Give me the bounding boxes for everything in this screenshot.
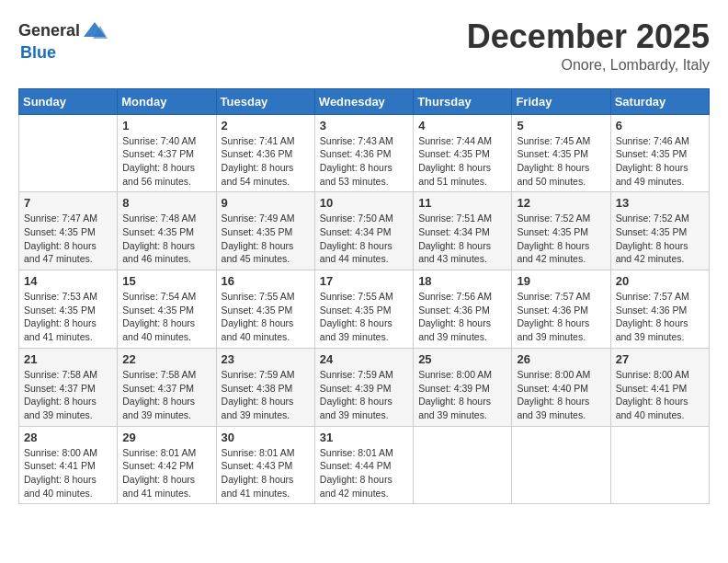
day-number: 10 [320, 196, 408, 210]
day-cell: 9Sunrise: 7:49 AM Sunset: 4:35 PM Daylig… [216, 192, 314, 270]
day-number: 19 [517, 274, 605, 288]
weekday-header-monday: Monday [118, 88, 216, 114]
day-number: 5 [517, 119, 605, 132]
week-row-4: 21Sunrise: 7:58 AM Sunset: 4:37 PM Dayli… [19, 348, 710, 426]
weekday-header-row: SundayMondayTuesdayWednesdayThursdayFrid… [19, 88, 710, 114]
day-number: 28 [24, 431, 112, 444]
day-info: Sunrise: 7:50 AM Sunset: 4:34 PM Dayligh… [320, 212, 408, 266]
logo-general: General [18, 22, 80, 40]
day-cell [512, 426, 610, 504]
month-title: December 2025 [467, 18, 710, 55]
day-number: 31 [320, 431, 408, 444]
day-cell: 16Sunrise: 7:55 AM Sunset: 4:35 PM Dayli… [216, 270, 314, 349]
day-cell: 15Sunrise: 7:54 AM Sunset: 4:35 PM Dayli… [118, 270, 216, 349]
day-info: Sunrise: 7:55 AM Sunset: 4:35 PM Dayligh… [320, 290, 408, 344]
day-cell: 25Sunrise: 8:00 AM Sunset: 4:39 PM Dayli… [414, 348, 512, 426]
location: Onore, Lombardy, Italy [467, 57, 710, 74]
day-number: 4 [418, 119, 506, 132]
day-number: 11 [418, 196, 506, 210]
day-number: 20 [616, 274, 704, 288]
day-info: Sunrise: 8:01 AM Sunset: 4:43 PM Dayligh… [222, 446, 310, 500]
weekday-header-thursday: Thursday [414, 88, 512, 114]
day-number: 21 [24, 352, 112, 366]
day-number: 3 [320, 119, 408, 132]
day-cell: 24Sunrise: 7:59 AM Sunset: 4:39 PM Dayli… [314, 348, 413, 426]
day-number: 9 [222, 196, 310, 210]
day-number: 29 [122, 431, 210, 444]
weekday-header-tuesday: Tuesday [216, 88, 314, 114]
title-section: December 2025 Onore, Lombardy, Italy [467, 18, 710, 74]
day-info: Sunrise: 7:44 AM Sunset: 4:35 PM Dayligh… [418, 134, 506, 189]
day-cell [610, 426, 709, 504]
day-cell [19, 114, 118, 192]
day-info: Sunrise: 7:46 AM Sunset: 4:35 PM Dayligh… [616, 134, 704, 189]
day-cell: 12Sunrise: 7:52 AM Sunset: 4:35 PM Dayli… [512, 192, 610, 270]
day-info: Sunrise: 8:00 AM Sunset: 4:40 PM Dayligh… [517, 368, 605, 422]
day-cell: 26Sunrise: 8:00 AM Sunset: 4:40 PM Dayli… [512, 348, 610, 426]
day-cell: 10Sunrise: 7:50 AM Sunset: 4:34 PM Dayli… [314, 192, 413, 270]
day-info: Sunrise: 7:45 AM Sunset: 4:35 PM Dayligh… [517, 134, 605, 189]
day-cell [414, 426, 512, 504]
logo-blue: Blue [20, 43, 56, 62]
day-info: Sunrise: 7:58 AM Sunset: 4:37 PM Dayligh… [122, 368, 210, 422]
day-cell: 13Sunrise: 7:52 AM Sunset: 4:35 PM Dayli… [610, 192, 709, 270]
week-row-3: 14Sunrise: 7:53 AM Sunset: 4:35 PM Dayli… [19, 270, 710, 349]
day-info: Sunrise: 7:40 AM Sunset: 4:37 PM Dayligh… [122, 134, 210, 189]
day-number: 27 [616, 352, 704, 366]
day-number: 16 [222, 274, 310, 288]
day-number: 23 [222, 352, 310, 366]
day-cell: 27Sunrise: 8:00 AM Sunset: 4:41 PM Dayli… [610, 348, 709, 426]
day-number: 25 [418, 352, 506, 366]
logo-icon [82, 18, 108, 44]
day-info: Sunrise: 8:00 AM Sunset: 4:41 PM Dayligh… [24, 446, 112, 500]
day-info: Sunrise: 7:58 AM Sunset: 4:37 PM Dayligh… [24, 368, 112, 422]
day-info: Sunrise: 7:55 AM Sunset: 4:35 PM Dayligh… [222, 290, 310, 344]
day-info: Sunrise: 7:48 AM Sunset: 4:35 PM Dayligh… [122, 212, 210, 266]
week-row-5: 28Sunrise: 8:00 AM Sunset: 4:41 PM Dayli… [19, 426, 710, 504]
day-cell: 1Sunrise: 7:40 AM Sunset: 4:37 PM Daylig… [118, 114, 216, 192]
day-number: 22 [122, 352, 210, 366]
day-number: 15 [122, 274, 210, 288]
day-number: 2 [222, 119, 310, 132]
day-info: Sunrise: 8:01 AM Sunset: 4:44 PM Dayligh… [320, 446, 408, 500]
day-info: Sunrise: 8:01 AM Sunset: 4:42 PM Dayligh… [122, 446, 210, 500]
day-info: Sunrise: 7:59 AM Sunset: 4:39 PM Dayligh… [320, 368, 408, 422]
day-number: 7 [24, 196, 112, 210]
day-cell: 17Sunrise: 7:55 AM Sunset: 4:35 PM Dayli… [314, 270, 413, 349]
day-cell: 22Sunrise: 7:58 AM Sunset: 4:37 PM Dayli… [118, 348, 216, 426]
day-info: Sunrise: 7:52 AM Sunset: 4:35 PM Dayligh… [616, 212, 704, 266]
day-number: 26 [517, 352, 605, 366]
day-info: Sunrise: 7:43 AM Sunset: 4:36 PM Dayligh… [320, 134, 408, 189]
weekday-header-friday: Friday [512, 88, 610, 114]
day-cell: 31Sunrise: 8:01 AM Sunset: 4:44 PM Dayli… [314, 426, 413, 504]
week-row-1: 1Sunrise: 7:40 AM Sunset: 4:37 PM Daylig… [19, 114, 710, 192]
day-info: Sunrise: 7:52 AM Sunset: 4:35 PM Dayligh… [517, 212, 605, 266]
day-cell: 8Sunrise: 7:48 AM Sunset: 4:35 PM Daylig… [118, 192, 216, 270]
day-info: Sunrise: 7:53 AM Sunset: 4:35 PM Dayligh… [24, 290, 112, 344]
day-number: 14 [24, 274, 112, 288]
day-number: 24 [320, 352, 408, 366]
day-number: 18 [418, 274, 506, 288]
day-info: Sunrise: 7:59 AM Sunset: 4:38 PM Dayligh… [222, 368, 310, 422]
day-number: 13 [616, 196, 704, 210]
day-cell: 19Sunrise: 7:57 AM Sunset: 4:36 PM Dayli… [512, 270, 610, 349]
day-cell: 21Sunrise: 7:58 AM Sunset: 4:37 PM Dayli… [19, 348, 118, 426]
day-cell: 23Sunrise: 7:59 AM Sunset: 4:38 PM Dayli… [216, 348, 314, 426]
day-info: Sunrise: 8:00 AM Sunset: 4:39 PM Dayligh… [418, 368, 506, 422]
week-row-2: 7Sunrise: 7:47 AM Sunset: 4:35 PM Daylig… [19, 192, 710, 270]
day-info: Sunrise: 7:47 AM Sunset: 4:35 PM Dayligh… [24, 212, 112, 266]
day-number: 30 [222, 431, 310, 444]
day-cell: 29Sunrise: 8:01 AM Sunset: 4:42 PM Dayli… [118, 426, 216, 504]
day-cell: 6Sunrise: 7:46 AM Sunset: 4:35 PM Daylig… [610, 114, 709, 192]
day-cell: 2Sunrise: 7:41 AM Sunset: 4:36 PM Daylig… [216, 114, 314, 192]
day-info: Sunrise: 7:57 AM Sunset: 4:36 PM Dayligh… [616, 290, 704, 344]
day-info: Sunrise: 7:54 AM Sunset: 4:35 PM Dayligh… [122, 290, 210, 344]
day-info: Sunrise: 7:41 AM Sunset: 4:36 PM Dayligh… [222, 134, 310, 189]
weekday-header-wednesday: Wednesday [314, 88, 413, 114]
day-number: 6 [616, 119, 704, 132]
day-cell: 20Sunrise: 7:57 AM Sunset: 4:36 PM Dayli… [610, 270, 709, 349]
weekday-header-saturday: Saturday [610, 88, 709, 114]
day-cell: 18Sunrise: 7:56 AM Sunset: 4:36 PM Dayli… [414, 270, 512, 349]
day-info: Sunrise: 8:00 AM Sunset: 4:41 PM Dayligh… [616, 368, 704, 422]
day-cell: 7Sunrise: 7:47 AM Sunset: 4:35 PM Daylig… [19, 192, 118, 270]
